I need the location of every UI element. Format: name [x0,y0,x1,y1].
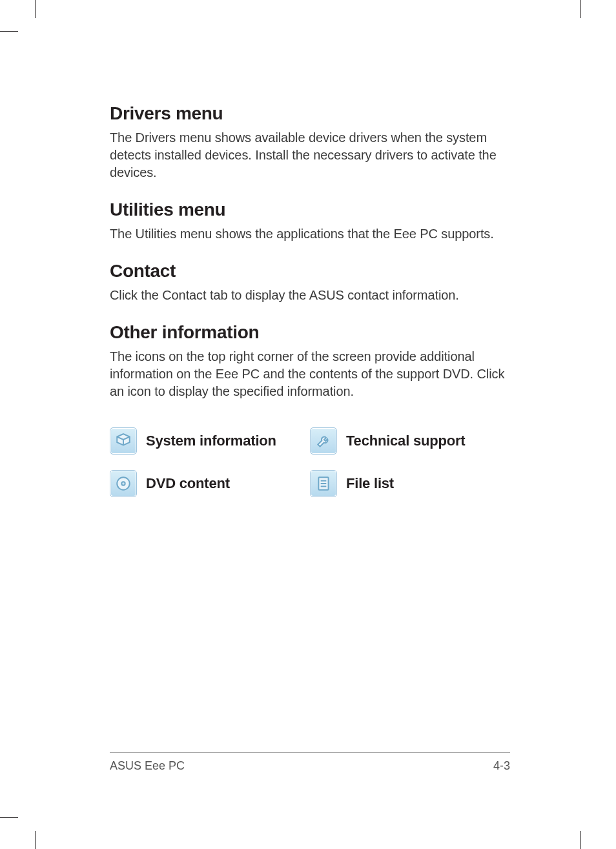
file-list-icon [310,470,337,497]
heading-drivers-menu: Drivers menu [110,103,510,124]
icon-item-file-list: File list [310,470,510,497]
crop-mark [0,817,18,818]
icon-item-system-information: System information [110,427,310,455]
technical-support-icon [310,427,337,455]
heading-contact: Contact [110,261,510,281]
dvd-content-icon [110,470,137,497]
page: Drivers menu The Drivers menu shows avai… [0,0,616,849]
svg-point-1 [121,482,125,485]
body-utilities-menu: The Utilities menu shows the application… [110,225,510,243]
footer-page-number: 4-3 [493,759,510,773]
system-information-icon [110,427,137,455]
crop-mark [0,31,18,32]
icon-label: Technical support [346,433,465,449]
page-footer: ASUS Eee PC 4-3 [110,752,510,773]
footer-rule [110,752,510,753]
body-contact: Click the Contact tab to display the ASU… [110,287,510,304]
icon-label: DVD content [146,475,230,492]
icon-label: File list [346,475,394,492]
body-drivers-menu: The Drivers menu shows available device … [110,129,510,181]
crop-mark [35,0,36,18]
icon-item-dvd-content: DVD content [110,470,310,497]
icon-item-technical-support: Technical support [310,427,510,455]
content-area: Drivers menu The Drivers menu shows avai… [110,103,510,497]
heading-utilities-menu: Utilities menu [110,199,510,220]
body-other-information: The icons on the top right corner of the… [110,348,510,400]
footer-product-name: ASUS Eee PC [110,759,185,773]
icon-grid: System information Technical support [110,427,510,497]
crop-mark [580,831,581,849]
crop-mark [35,831,36,849]
heading-other-information: Other information [110,322,510,343]
icon-label: System information [146,433,276,449]
crop-mark [580,0,581,18]
